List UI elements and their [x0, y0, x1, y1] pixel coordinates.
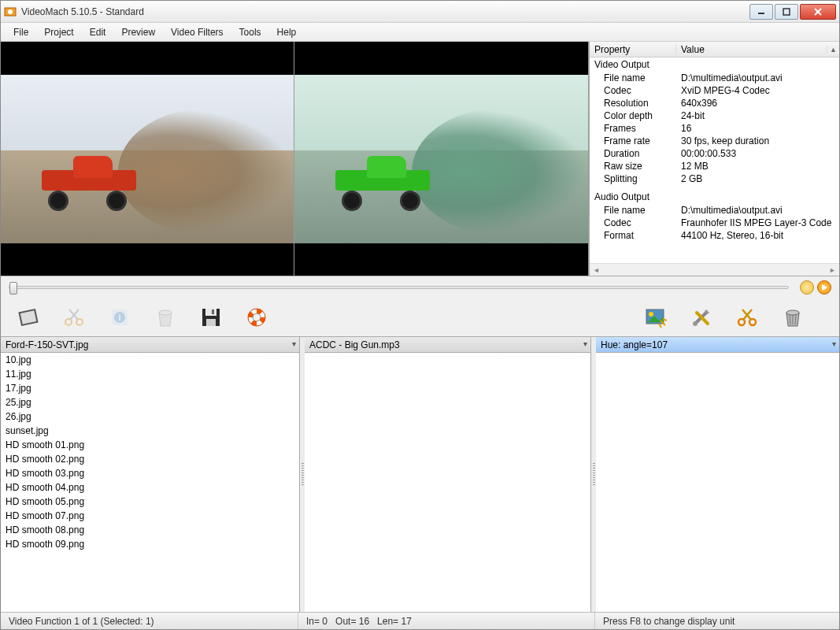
list-item[interactable]: HD smooth 01.png — [1, 438, 299, 452]
audio-list-body[interactable] — [305, 353, 590, 612]
dropdown-icon[interactable]: ▾ — [292, 339, 296, 348]
menu-tools[interactable]: Tools — [231, 24, 269, 40]
audio-header[interactable]: ACDC - Big Gun.mp3 ▾ — [305, 337, 590, 353]
property-value: D:\multimedia\output.avi — [676, 72, 839, 83]
property-row[interactable]: Duration00:00:00.533 — [590, 147, 839, 160]
property-key: Codec — [590, 217, 676, 228]
property-row[interactable]: CodecFraunhofer IIS MPEG Layer-3 Code — [590, 217, 839, 229]
properties-header: Property Value ▲ — [590, 42, 839, 57]
film-icon — [17, 306, 40, 329]
list-item[interactable]: 11.jpg — [1, 367, 299, 381]
delete-filter-button[interactable] — [779, 304, 806, 331]
menu-file[interactable]: File — [6, 24, 36, 40]
preview-original[interactable] — [1, 42, 294, 276]
timeline-thumb[interactable] — [9, 282, 17, 295]
app-icon — [4, 6, 17, 18]
properties-body[interactable]: Video OutputFile nameD:\multimedia\outpu… — [590, 57, 839, 263]
record-button[interactable] — [800, 280, 814, 295]
maximize-button[interactable] — [775, 4, 798, 20]
scroll-up-icon[interactable]: ▲ — [827, 46, 839, 54]
menu-help[interactable]: Help — [269, 24, 305, 40]
list-item[interactable]: HD smooth 08.png — [1, 523, 299, 537]
property-value: XviD MPEG-4 Codec — [676, 85, 839, 96]
property-value: Fraunhofer IIS MPEG Layer-3 Code — [676, 217, 839, 228]
audio-header-label: ACDC - Big Gun.mp3 — [309, 339, 400, 350]
svg-rect-18 — [205, 309, 216, 316]
properties-col-property[interactable]: Property — [590, 44, 676, 55]
property-row[interactable]: Color depth24-bit — [590, 109, 839, 122]
list-item[interactable]: 17.jpg — [1, 381, 299, 395]
list-item[interactable]: 26.jpg — [1, 410, 299, 424]
close-button[interactable] — [800, 4, 836, 20]
cut-filter-button[interactable] — [734, 304, 760, 331]
property-value: 30 fps, keep duration — [676, 135, 839, 146]
tools-button[interactable] — [688, 304, 715, 331]
titlebar[interactable]: VideoMach 5.10.5 - Standard — [1, 1, 839, 23]
delete-button — [152, 304, 179, 331]
status-mid: In= 0 Out= 16 Len= 17 — [298, 613, 595, 629]
property-key: Resolution — [590, 98, 676, 109]
svg-marker-6 — [822, 284, 827, 291]
audio-panel: ACDC - Big Gun.mp3 ▾ — [305, 337, 591, 612]
app-window: VideoMach 5.10.5 - Standard File Project… — [0, 0, 840, 630]
list-item[interactable]: HD smooth 03.png — [1, 466, 299, 480]
files-list-body[interactable]: 10.jpg11.jpg17.jpg25.jpg26.jpgsunset.jpg… — [1, 353, 299, 612]
list-item[interactable]: 10.jpg — [1, 353, 299, 367]
dropdown-icon[interactable]: ▾ — [583, 339, 587, 348]
property-value: 640x396 — [676, 98, 839, 109]
files-panel: Ford-F-150-SVT.jpg ▾ 10.jpg11.jpg17.jpg2… — [1, 337, 300, 612]
property-group[interactable]: Audio Output — [590, 190, 839, 204]
properties-col-value[interactable]: Value — [676, 44, 827, 55]
property-row[interactable]: Format44100 Hz, Stereo, 16-bit — [590, 229, 839, 242]
property-key: Frames — [590, 123, 676, 134]
image-settings-button[interactable] — [642, 304, 669, 331]
menu-project[interactable]: Project — [36, 24, 81, 40]
list-item[interactable]: HD smooth 04.png — [1, 480, 299, 495]
property-row[interactable]: Raw size12 MB — [590, 160, 839, 172]
property-row[interactable]: Frame rate30 fps, keep duration — [590, 135, 839, 147]
statusbar: Video Function 1 of 1 (Selected: 1) In= … — [1, 612, 839, 629]
filters-list-body[interactable] — [596, 353, 839, 612]
property-row[interactable]: CodecXviD MPEG-4 Codec — [590, 84, 839, 97]
minimize-button[interactable] — [749, 4, 773, 20]
menu-preview[interactable]: Preview — [113, 24, 163, 40]
status-right: Press F8 to change display unit — [595, 613, 839, 629]
timeline — [1, 276, 839, 298]
list-item[interactable]: HD smooth 02.png — [1, 452, 299, 466]
menu-edit[interactable]: Edit — [82, 24, 114, 40]
window-title: VideoMach 5.10.5 - Standard — [21, 6, 748, 17]
timeline-track[interactable] — [9, 286, 789, 289]
preview-filtered[interactable] — [294, 42, 589, 276]
list-item[interactable]: sunset.jpg — [1, 424, 299, 438]
lists-row: Ford-F-150-SVT.jpg ▾ 10.jpg11.jpg17.jpg2… — [1, 336, 839, 612]
dropdown-icon[interactable]: ▾ — [832, 339, 836, 348]
properties-hscrollbar[interactable]: ◄ ► — [590, 263, 839, 276]
list-item[interactable]: HD smooth 05.png — [1, 495, 299, 509]
property-row[interactable]: File nameD:\multimedia\output.avi — [590, 204, 839, 217]
svg-text:i: i — [118, 313, 120, 322]
property-row[interactable]: Splitting2 GB — [590, 172, 839, 185]
list-item[interactable]: 25.jpg — [1, 395, 299, 410]
svg-point-22 — [253, 313, 261, 321]
property-group[interactable]: Video Output — [590, 57, 839, 72]
property-key: File name — [590, 205, 676, 216]
svg-point-28 — [693, 321, 698, 326]
files-header-label: Ford-F-150-SVT.jpg — [6, 339, 88, 350]
property-key: Color depth — [590, 110, 676, 121]
property-row[interactable]: Frames16 — [590, 122, 839, 135]
list-item[interactable]: HD smooth 09.png — [1, 537, 299, 551]
trash-icon — [155, 306, 176, 328]
property-row[interactable]: File nameD:\multimedia\output.avi — [590, 72, 839, 84]
property-row[interactable]: Resolution640x396 — [590, 97, 839, 109]
help-button[interactable] — [243, 304, 270, 331]
files-header[interactable]: Ford-F-150-SVT.jpg ▾ — [1, 337, 299, 353]
trash-icon — [783, 306, 803, 328]
property-value: 00:00:00.533 — [676, 148, 839, 159]
filters-header[interactable]: Hue: angle=107 ▾ — [596, 337, 839, 353]
open-button[interactable] — [15, 304, 42, 331]
menu-video-filters[interactable]: Video Filters — [163, 24, 231, 40]
play-button[interactable] — [817, 280, 831, 295]
svg-rect-20 — [212, 309, 214, 314]
save-button[interactable] — [198, 304, 224, 331]
list-item[interactable]: HD smooth 07.png — [1, 509, 299, 523]
